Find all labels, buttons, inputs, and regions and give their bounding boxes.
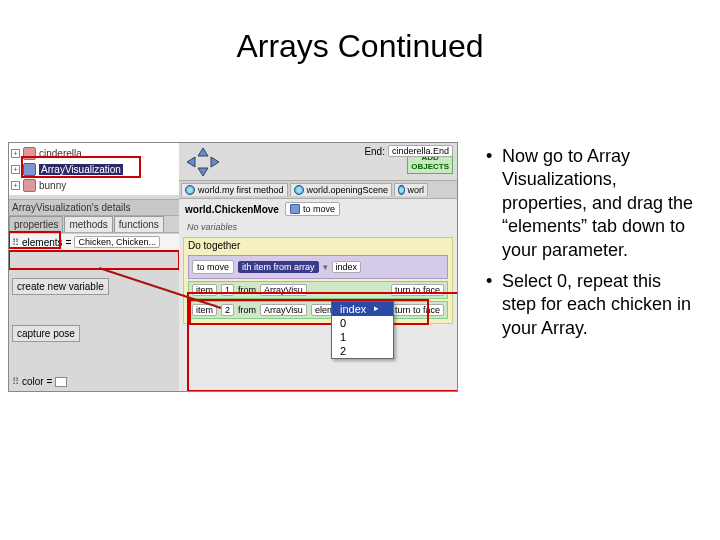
item-label: item [192, 304, 217, 316]
instruction-bullets: Now go to Array Visualizations, properti… [458, 85, 712, 348]
end-value[interactable]: cinderella.End [388, 145, 453, 157]
svg-marker-2 [187, 157, 195, 167]
do-together-block[interactable]: Do together to move ith item from array … [183, 237, 453, 324]
method-name: world.ChickenMove [185, 204, 279, 215]
tree-label: ArrayVisualization [39, 164, 123, 175]
method-tab-label: worl [408, 185, 425, 195]
world-icon [185, 185, 195, 195]
tree-item-cinderella[interactable]: + cinderella [9, 145, 179, 161]
object-tree: + cinderella + ArrayVisualization + bunn… [9, 143, 179, 195]
tree-label: cinderella [39, 148, 82, 159]
svg-marker-0 [198, 148, 208, 156]
ith-item-tile[interactable]: ith item from array [238, 261, 319, 273]
color-label: color = [22, 376, 52, 387]
world-icon [294, 185, 304, 195]
method-tab-openingscene[interactable]: world.openingScene [290, 183, 393, 196]
details-header: ArrayVisualization's details [9, 199, 179, 216]
do-together-label: Do together [188, 240, 448, 253]
method-tab-myfirstmethod[interactable]: world.my first method [181, 183, 288, 196]
dropdown-item-index[interactable]: index▸ [332, 302, 393, 316]
array-ref[interactable]: ArrayVisu [260, 304, 307, 316]
expand-icon[interactable]: + [11, 149, 20, 158]
item-index[interactable]: 1 [221, 284, 234, 296]
details-tabs: properties methods functions [9, 216, 179, 233]
create-new-variable-button[interactable]: create new variable [12, 278, 109, 295]
end-label: End: [364, 146, 385, 157]
item-label: item [192, 284, 217, 296]
equals: = [66, 237, 72, 248]
method-tab-overflow[interactable]: worl [394, 183, 428, 196]
camera-arrows-icon[interactable] [183, 146, 223, 178]
code-row-1[interactable]: item 1 from ArrayVisu turn to face [188, 281, 448, 299]
drag-handle-icon[interactable]: ⠿ [12, 376, 19, 387]
no-variables-label: No variables [179, 219, 457, 235]
expand-icon[interactable]: + [11, 165, 20, 174]
array-ref[interactable]: ArrayVisu [260, 284, 307, 296]
tab-methods[interactable]: methods [64, 216, 112, 232]
alice-screenshot: + cinderella + ArrayVisualization + bunn… [8, 142, 458, 392]
property-elements[interactable]: ⠿ elements = Chicken, Chicken... [9, 233, 179, 250]
property-name: elements [22, 237, 63, 248]
svg-marker-3 [211, 157, 219, 167]
ith-item-row[interactable]: to move ith item from array ▾ index [188, 255, 448, 279]
from-label: from [238, 285, 256, 295]
world-icon [398, 185, 404, 195]
method-header: world.ChickenMove to move [179, 199, 457, 219]
method-tabs: world.my first method world.openingScene… [179, 181, 457, 199]
tab-functions[interactable]: functions [114, 216, 164, 232]
bullet-1: Now go to Array Visualizations, properti… [486, 145, 694, 262]
slide-title: Arrays Continued [0, 0, 720, 85]
method-parameter[interactable]: to move [285, 202, 340, 216]
tree-label: bunny [39, 180, 66, 191]
color-property[interactable]: ⠿ color = [9, 374, 179, 389]
chevron-right-icon: ▸ [374, 303, 379, 315]
from-label: from [238, 305, 256, 315]
property-value[interactable]: Chicken, Chicken... [74, 236, 160, 248]
capture-pose-button[interactable]: capture pose [12, 325, 80, 342]
param-label: to move [303, 204, 335, 214]
object-icon [23, 179, 36, 192]
tree-item-arrayvisualization[interactable]: + ArrayVisualization [9, 161, 179, 177]
object-icon [23, 147, 36, 160]
dropdown-item-1[interactable]: 1 [332, 330, 393, 344]
dropdown-item-0[interactable]: 0 [332, 316, 393, 330]
object-icon [23, 163, 36, 176]
color-swatch[interactable] [55, 377, 67, 387]
expand-icon[interactable]: + [11, 181, 20, 190]
index-tile[interactable]: index [332, 261, 362, 273]
end-field: End: cinderella.End [364, 145, 453, 157]
item-index[interactable]: 2 [221, 304, 234, 316]
object-icon [290, 204, 300, 214]
svg-marker-1 [198, 168, 208, 176]
dropdown-item-2[interactable]: 2 [332, 344, 393, 358]
drag-handle-icon[interactable]: ⠿ [12, 237, 19, 248]
code-row-2[interactable]: item 2 from ArrayVisu elements ▾ turn to… [188, 301, 448, 319]
index-dropdown[interactable]: index▸ 0 1 2 [331, 301, 394, 359]
object-tree-panel: + cinderella + ArrayVisualization + bunn… [9, 143, 179, 391]
to-move-chip[interactable]: to move [192, 260, 234, 274]
turn-to-face[interactable]: turn to face [391, 284, 444, 296]
editor-pane: ADD OBJECTS End: cinderella.End world.my… [179, 143, 457, 391]
method-tab-label: world.my first method [198, 185, 284, 195]
tab-properties[interactable]: properties [9, 216, 63, 232]
tree-item-bunny[interactable]: + bunny [9, 177, 179, 193]
method-tab-label: world.openingScene [307, 185, 389, 195]
bullet-2: Select 0, repeat this step for each chic… [486, 270, 694, 340]
turn-to-face[interactable]: turn to face [391, 304, 444, 316]
